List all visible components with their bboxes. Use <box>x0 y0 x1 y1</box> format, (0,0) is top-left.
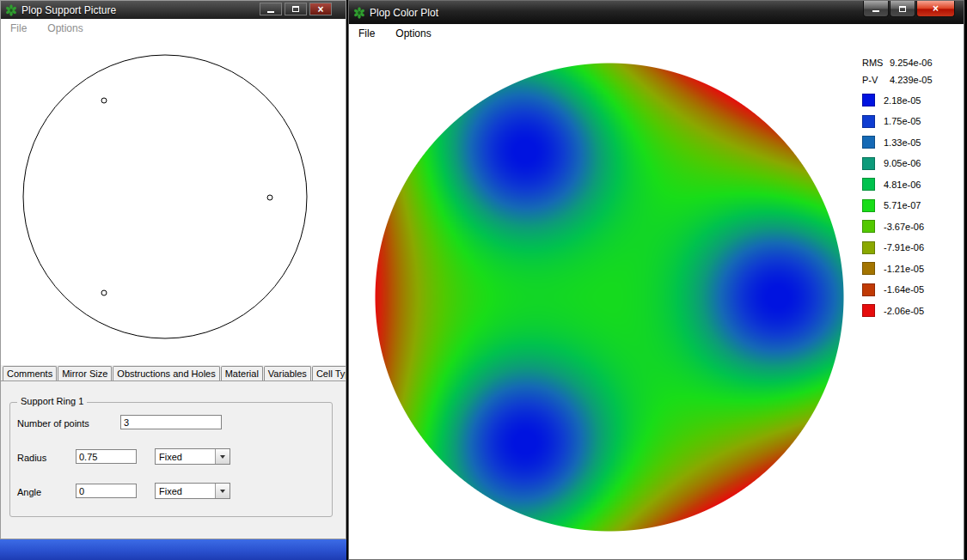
number-of-points-label: Number of points <box>17 418 89 429</box>
legend-value: 2.18e-05 <box>884 95 921 106</box>
pv-label: P-V <box>862 75 890 85</box>
tab-material[interactable]: Material <box>221 366 263 380</box>
number-of-points-input[interactable] <box>120 415 222 429</box>
close-icon: × <box>933 3 939 15</box>
radius-mode-dropdown[interactable]: Fixed <box>155 448 230 465</box>
legend-color-swatch <box>862 157 875 170</box>
legend-value: 4.81e-06 <box>884 180 921 190</box>
support-diagram <box>1 37 346 365</box>
legend-value: 5.71e-07 <box>884 200 921 210</box>
menu-options[interactable]: Options <box>45 21 85 35</box>
plop-app-icon <box>353 7 365 19</box>
legend-row: 1.33e-05 <box>862 136 955 149</box>
deformation-heatmap <box>375 63 844 532</box>
legend-row: 2.18e-05 <box>862 94 955 107</box>
legend-row: 1.75e-05 <box>862 115 955 128</box>
close-button[interactable]: × <box>309 3 332 15</box>
legend-color-swatch <box>862 262 875 275</box>
legend-color-swatch <box>862 178 875 191</box>
legend-value: -3.67e-06 <box>884 222 924 232</box>
legend-value: -2.06e-05 <box>884 306 924 316</box>
legend-row: 5.71e-07 <box>862 199 955 212</box>
legend-value: -1.21e-05 <box>884 264 924 274</box>
maximize-button[interactable] <box>285 3 307 15</box>
mirror-outline <box>23 55 307 338</box>
rms-value: 9.254e-06 <box>890 58 933 68</box>
support-picture-canvas <box>1 37 346 365</box>
legend-value: 1.75e-05 <box>884 116 921 126</box>
minimize-icon <box>872 10 879 12</box>
pv-stat: P-V 4.239e-05 <box>862 75 955 85</box>
legend-color-swatch <box>862 115 875 128</box>
plop-app-icon <box>5 4 17 16</box>
minimize-button[interactable] <box>260 3 282 15</box>
legend-value: 9.05e-06 <box>884 158 921 168</box>
close-icon: × <box>317 4 323 15</box>
support-window-title: Plop Support Picture <box>21 4 116 16</box>
legend-rows: 2.18e-051.75e-051.33e-059.05e-064.81e-06… <box>862 94 955 317</box>
chevron-down-icon <box>220 455 225 459</box>
menu-file[interactable]: File <box>356 27 377 40</box>
radius-mode-value: Fixed <box>156 452 215 462</box>
support-point <box>101 290 107 295</box>
color-window-menubar: File Options <box>349 24 964 42</box>
minimize-button[interactable] <box>863 1 889 17</box>
maximize-icon <box>899 6 906 12</box>
radius-dropdown-button[interactable] <box>215 449 230 464</box>
pv-value: 4.239e-05 <box>890 75 933 85</box>
radius-input[interactable] <box>76 449 137 464</box>
menu-file[interactable]: File <box>8 21 29 35</box>
angle-label: Angle <box>17 487 41 497</box>
angle-mode-value: Fixed <box>156 486 215 496</box>
support-window-titlebar[interactable]: Plop Support Picture × <box>1 1 346 19</box>
tab-strip: Comments Mirror Size Obstructions and Ho… <box>1 365 346 381</box>
maximize-button[interactable] <box>890 1 915 17</box>
legend-value: 1.33e-05 <box>884 137 921 148</box>
color-window-titlebar[interactable]: Plop Color Plot × <box>349 1 964 24</box>
legend-row: 4.81e-06 <box>862 178 955 191</box>
legend-row: 9.05e-06 <box>862 157 955 170</box>
support-point <box>267 195 272 200</box>
taskbar-fragment <box>0 539 346 560</box>
angle-input[interactable] <box>76 484 137 498</box>
legend-row: -3.67e-06 <box>862 220 955 233</box>
color-plot-area: RMS 9.254e-06 P-V 4.239e-05 2.18e-051.75… <box>349 42 964 559</box>
rms-label: RMS <box>862 58 890 68</box>
support-window-menubar: File Options <box>1 19 346 37</box>
support-picture-window: Plop Support Picture × File Options Comm… <box>0 0 346 539</box>
tab-mirror-size[interactable]: Mirror Size <box>58 366 112 380</box>
support-ring-groupbox: Support Ring 1 Number of points Radius F… <box>9 402 333 517</box>
legend-row: -1.21e-05 <box>862 262 955 275</box>
legend-color-swatch <box>862 304 875 317</box>
legend-color-swatch <box>862 94 875 107</box>
legend-color-swatch <box>862 241 875 254</box>
tab-cell-type[interactable]: Cell Typ <box>312 366 346 380</box>
rms-stat: RMS 9.254e-06 <box>862 58 955 68</box>
legend-row: -7.91e-06 <box>862 241 955 254</box>
legend-color-swatch <box>862 199 875 212</box>
chevron-down-icon <box>220 490 225 493</box>
support-ring-panel: Support Ring 1 Number of points Radius F… <box>1 381 346 539</box>
color-window-title: Plop Color Plot <box>370 7 438 19</box>
close-button[interactable]: × <box>916 1 955 17</box>
plot-legend: RMS 9.254e-06 P-V 4.239e-05 2.18e-051.75… <box>862 58 955 326</box>
radius-label: Radius <box>17 453 46 463</box>
tab-comments[interactable]: Comments <box>3 366 57 380</box>
groupbox-title: Support Ring 1 <box>17 396 87 406</box>
support-point <box>101 98 107 103</box>
legend-row: -2.06e-05 <box>862 304 955 317</box>
legend-value: -1.64e-05 <box>884 284 924 295</box>
angle-dropdown-button[interactable] <box>215 484 230 498</box>
legend-value: -7.91e-06 <box>884 242 924 253</box>
minimize-icon <box>267 11 274 13</box>
menu-options[interactable]: Options <box>393 27 433 40</box>
maximize-icon <box>292 6 299 12</box>
tab-obstructions-holes[interactable]: Obstructions and Holes <box>113 366 219 380</box>
color-plot-window: Plop Color Plot × File Options RMS 9.254… <box>348 0 964 560</box>
legend-color-swatch <box>862 136 875 149</box>
legend-color-swatch <box>862 283 875 296</box>
legend-row: -1.64e-05 <box>862 283 955 296</box>
tab-variables[interactable]: Variables <box>264 366 311 380</box>
legend-color-swatch <box>862 220 875 233</box>
angle-mode-dropdown[interactable]: Fixed <box>155 483 230 499</box>
